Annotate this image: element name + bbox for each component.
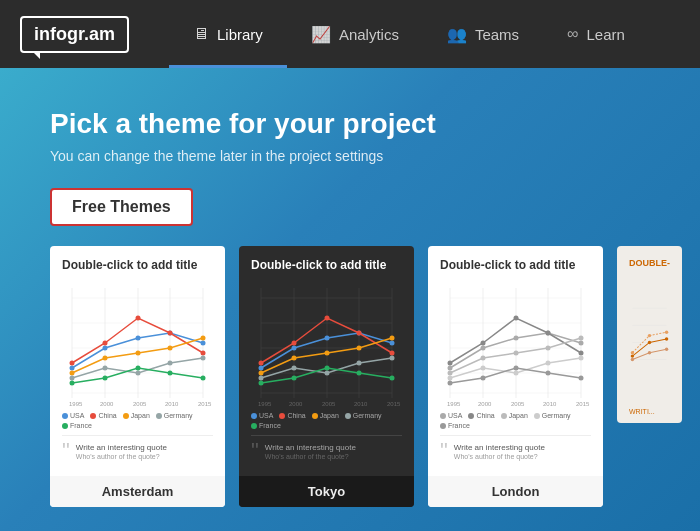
svg-point-105 xyxy=(448,376,453,381)
svg-point-92 xyxy=(514,336,519,341)
partial-quote: WRITI... xyxy=(629,408,670,415)
svg-point-126 xyxy=(665,337,668,340)
quote-text-amsterdam: Write an interesting quote xyxy=(76,442,167,453)
svg-point-108 xyxy=(546,361,551,366)
svg-point-113 xyxy=(546,371,551,376)
svg-point-109 xyxy=(579,356,584,361)
svg-point-51 xyxy=(292,346,297,351)
svg-point-26 xyxy=(103,366,108,371)
svg-point-124 xyxy=(631,354,634,357)
svg-point-58 xyxy=(357,331,362,336)
svg-point-114 xyxy=(579,376,584,381)
free-themes-label[interactable]: Free Themes xyxy=(50,188,193,226)
quote-mark-amsterdam: " xyxy=(62,440,70,462)
quote-content-tokyo: Write an interesting quote Who's author … xyxy=(265,442,356,460)
quote-section-amsterdam: " Write an interesting quote Who's autho… xyxy=(62,435,213,468)
teams-icon: 👥 xyxy=(447,25,467,44)
legend-item-france-l: France xyxy=(440,422,470,429)
svg-text:2000: 2000 xyxy=(289,401,303,407)
svg-point-104 xyxy=(579,336,584,341)
legend-item-germany: Germany xyxy=(156,412,193,419)
svg-point-125 xyxy=(648,341,651,344)
svg-point-74 xyxy=(390,376,395,381)
main-nav: 🖥 Library 📈 Analytics 👥 Teams ∞ Learn xyxy=(169,0,649,68)
svg-point-27 xyxy=(136,371,141,376)
svg-point-29 xyxy=(201,356,206,361)
svg-text:2015: 2015 xyxy=(198,401,212,407)
page-subtitle: You can change the theme later in the pr… xyxy=(50,148,650,164)
nav-label-analytics: Analytics xyxy=(339,26,399,43)
theme-card-inner-london: Double-click to add title xyxy=(428,246,603,476)
nav-item-library[interactable]: 🖥 Library xyxy=(169,0,287,68)
theme-card-partial[interactable]: DOUBLE- xyxy=(617,246,682,423)
svg-point-57 xyxy=(325,316,330,321)
theme-card-title-amsterdam: Double-click to add title xyxy=(62,258,213,272)
svg-point-19 xyxy=(201,351,206,356)
svg-point-34 xyxy=(201,376,206,381)
svg-point-128 xyxy=(648,334,651,337)
legend-item-usa: USA xyxy=(62,412,84,419)
quote-section-london: " Write an interesting quote Who's autho… xyxy=(440,435,591,468)
legend-amsterdam: USA China Japan Germany France xyxy=(62,412,213,429)
svg-point-54 xyxy=(390,341,395,346)
legend-london: USA China Japan Germany France xyxy=(440,412,591,429)
svg-point-20 xyxy=(70,371,75,376)
svg-point-16 xyxy=(103,341,108,346)
page-title: Pick a theme for your project xyxy=(50,108,650,140)
svg-point-110 xyxy=(448,381,453,386)
svg-point-131 xyxy=(648,351,651,354)
chart-tokyo: 1995 2000 2005 2010 2015 xyxy=(251,278,402,408)
theme-card-title-tokyo: Double-click to add title xyxy=(251,258,402,272)
nav-label-teams: Teams xyxy=(475,26,519,43)
legend-item-germany-l: Germany xyxy=(534,412,571,419)
logo[interactable]: infogr.am xyxy=(20,16,129,53)
svg-text:2010: 2010 xyxy=(165,401,179,407)
library-icon: 🖥 xyxy=(193,25,209,43)
legend-item-germany-t: Germany xyxy=(345,412,382,419)
svg-point-33 xyxy=(168,371,173,376)
quote-author-amsterdam: Who's author of the quote? xyxy=(76,453,167,460)
chart-london: 1995 2000 2005 2010 2015 xyxy=(440,278,591,408)
svg-point-18 xyxy=(168,331,173,336)
legend-item-china: China xyxy=(90,412,116,419)
nav-label-learn: Learn xyxy=(587,26,625,43)
theme-card-inner-amsterdam: Double-click to add title xyxy=(50,246,225,476)
svg-text:2000: 2000 xyxy=(478,401,492,407)
svg-text:1995: 1995 xyxy=(69,401,83,407)
svg-point-23 xyxy=(168,346,173,351)
theme-card-inner-tokyo: Double-click to add title xyxy=(239,246,414,476)
theme-card-london[interactable]: Double-click to add title xyxy=(428,246,603,507)
svg-point-106 xyxy=(481,366,486,371)
svg-point-97 xyxy=(514,316,519,321)
svg-point-99 xyxy=(579,351,584,356)
svg-point-52 xyxy=(325,336,330,341)
header: infogr.am 🖥 Library 📈 Analytics 👥 Teams … xyxy=(0,0,700,68)
svg-point-67 xyxy=(325,371,330,376)
svg-text:1995: 1995 xyxy=(447,401,461,407)
theme-card-tokyo[interactable]: Double-click to add title xyxy=(239,246,414,507)
learn-icon: ∞ xyxy=(567,25,578,43)
theme-card-amsterdam[interactable]: Double-click to add title xyxy=(50,246,225,507)
svg-point-100 xyxy=(448,371,453,376)
legend-item-usa-l: USA xyxy=(440,412,462,419)
svg-point-22 xyxy=(136,351,141,356)
svg-point-21 xyxy=(103,356,108,361)
svg-point-64 xyxy=(390,336,395,341)
legend-item-china-l: China xyxy=(468,412,494,419)
svg-text:2005: 2005 xyxy=(133,401,147,407)
nav-item-learn[interactable]: ∞ Learn xyxy=(543,0,649,68)
svg-point-72 xyxy=(325,366,330,371)
svg-point-94 xyxy=(579,341,584,346)
nav-item-teams[interactable]: 👥 Teams xyxy=(423,0,543,68)
quote-content-london: Write an interesting quote Who's author … xyxy=(454,442,545,460)
svg-point-12 xyxy=(136,336,141,341)
svg-point-15 xyxy=(70,361,75,366)
legend-item-france: France xyxy=(62,422,92,429)
svg-point-50 xyxy=(259,366,264,371)
svg-point-31 xyxy=(103,376,108,381)
svg-point-95 xyxy=(448,361,453,366)
svg-point-17 xyxy=(136,316,141,321)
legend-tokyo: USA China Japan Germany France xyxy=(251,412,402,429)
nav-item-analytics[interactable]: 📈 Analytics xyxy=(287,0,423,68)
quote-author-tokyo: Who's author of the quote? xyxy=(265,453,356,460)
